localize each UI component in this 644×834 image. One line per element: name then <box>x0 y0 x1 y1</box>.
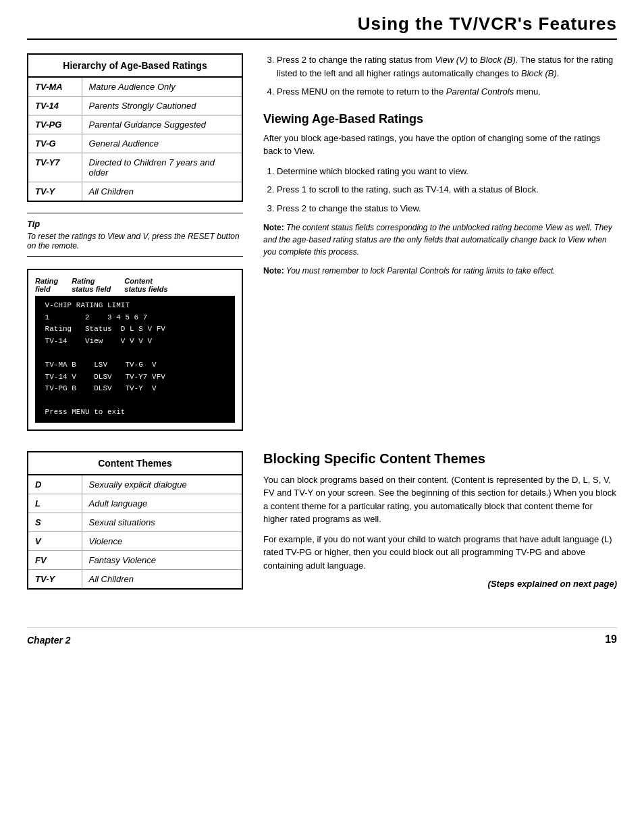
rating-desc: Parental Guidance Suggested <box>82 115 242 134</box>
page-header: Using the TV/VCR's Features <box>27 14 617 40</box>
page: Using the TV/VCR's Features Hierarchy of… <box>0 0 644 834</box>
step-4-text: Press MENU on the remote to return to th… <box>277 86 541 97</box>
note-2-text: You must remember to lock Parental Contr… <box>286 266 556 276</box>
table-row: VViolence <box>28 531 242 550</box>
theme-desc: Adult language <box>82 494 242 513</box>
tip-label: Tip <box>27 219 243 229</box>
step-4: Press MENU on the remote to return to th… <box>277 85 617 99</box>
rating-desc: Mature Audience Only <box>82 77 242 97</box>
list-item: Determine which blocked rating you want … <box>277 165 617 178</box>
left-column: Hierarchy of Age-Based Ratings TV-MAMatu… <box>27 53 243 431</box>
page-number: 19 <box>605 633 617 646</box>
theme-code: TV-Y <box>28 569 82 589</box>
vchip-label-1: Rating field <box>35 277 58 293</box>
rating-desc: Directed to Children 7 years and older <box>82 153 242 182</box>
rating-desc: General Audience <box>82 134 242 153</box>
vchip-diagram: Rating field Rating status field Content… <box>27 269 243 431</box>
rating-desc: All Children <box>82 182 242 202</box>
tip-section: Tip To reset the ratings to View and V, … <box>27 213 243 257</box>
table-row: LAdult language <box>28 494 242 513</box>
vchip-field-labels: Rating field Rating status field Content… <box>35 277 235 293</box>
table-row: DSexually explicit dialogue <box>28 475 242 494</box>
rating-status-field-label: Rating <box>72 277 111 285</box>
right-column: Press 2 to change the rating status from… <box>263 53 617 431</box>
rating-code: TV-PG <box>28 115 82 134</box>
rating-status-field-sublabel: status field <box>72 285 111 293</box>
theme-code: D <box>28 475 82 494</box>
viewing-steps-list: Determine which blocked rating you want … <box>277 165 617 215</box>
theme-desc: Violence <box>82 531 242 550</box>
next-page-note: (Steps explained on next page) <box>263 579 617 589</box>
content-status-field-sublabel: status fields <box>124 285 167 293</box>
table-row: FVFantasy Violence <box>28 550 242 569</box>
content-themes-table: Content Themes DSexually explicit dialog… <box>27 451 243 590</box>
page-footer: Chapter 2 19 <box>27 627 617 646</box>
content-themes-heading: Content Themes <box>28 452 242 475</box>
list-item: Press 1 to scroll to the rating, such as… <box>277 183 617 197</box>
rating-code: TV-Y7 <box>28 153 82 182</box>
theme-desc: Sexually explicit dialogue <box>82 475 242 494</box>
tip-text: To reset the ratings to View and V, pres… <box>27 232 243 251</box>
vchip-label-2: Rating status field <box>72 277 111 293</box>
rating-code: TV-Y <box>28 182 82 202</box>
rating-field-sublabel: field <box>35 285 58 293</box>
bottom-content: Content Themes DSexually explicit dialog… <box>27 451 617 600</box>
note-1-text: The content status fields corresponding … <box>263 223 612 257</box>
rating-code: TV-MA <box>28 77 82 97</box>
list-item: Press 2 to change the status to View. <box>277 202 617 215</box>
rating-code: TV-14 <box>28 97 82 115</box>
theme-desc: Fantasy Violence <box>82 550 242 569</box>
table-row: SSexual situations <box>28 513 242 531</box>
vchip-screen: V-CHIP RATING LIMIT 1 2 3 4 5 6 7 Rating… <box>35 296 235 423</box>
steps-list: Press 2 to change the rating status from… <box>277 53 617 99</box>
table-row: TV-PGParental Guidance Suggested <box>28 115 242 134</box>
content-themes-section: Content Themes DSexually explicit dialog… <box>27 451 243 600</box>
theme-code: V <box>28 531 82 550</box>
age-ratings-heading: Hierarchy of Age-Based Ratings <box>28 54 242 77</box>
viewing-intro: After you block age-based ratings, you h… <box>263 132 617 158</box>
theme-code: L <box>28 494 82 513</box>
vchip-label-3: Content status fields <box>124 277 167 293</box>
table-row: TV-Y7Directed to Children 7 years and ol… <box>28 153 242 182</box>
theme-desc: All Children <box>82 569 242 589</box>
table-row: TV-GGeneral Audience <box>28 134 242 153</box>
blocking-section-title: Blocking Specific Content Themes <box>263 451 617 467</box>
page-title: Using the TV/VCR's Features <box>27 14 617 34</box>
content-status-field-label: Content <box>124 277 167 285</box>
blocking-para-1: You can block programs based on their co… <box>263 473 617 526</box>
blocking-para-2: For example, if you do not want your chi… <box>263 533 617 573</box>
main-content: Hierarchy of Age-Based Ratings TV-MAMatu… <box>27 53 617 431</box>
blocking-section: Blocking Specific Content Themes You can… <box>263 451 617 600</box>
age-ratings-table: Hierarchy of Age-Based Ratings TV-MAMatu… <box>27 53 243 202</box>
note-2: Note: You must remember to lock Parental… <box>263 265 617 277</box>
table-row: TV-14Parents Strongly Cautioned <box>28 97 242 115</box>
table-row: TV-YAll Children <box>28 569 242 589</box>
theme-code: S <box>28 513 82 531</box>
note-2-label: Note: <box>263 266 284 276</box>
rating-code: TV-G <box>28 134 82 153</box>
step-3: Press 2 to change the rating status from… <box>277 53 617 80</box>
chapter-label: Chapter 2 <box>27 635 71 646</box>
table-row: TV-YAll Children <box>28 182 242 202</box>
rating-field-label: Rating <box>35 277 58 285</box>
viewing-section-title: Viewing Age-Based Ratings <box>263 112 617 126</box>
theme-desc: Sexual situations <box>82 513 242 531</box>
theme-code: FV <box>28 550 82 569</box>
table-row: TV-MAMature Audience Only <box>28 77 242 97</box>
step-3-text: Press 2 to change the rating status from… <box>277 55 613 78</box>
rating-desc: Parents Strongly Cautioned <box>82 97 242 115</box>
note-1: Note: The content status fields correspo… <box>263 221 617 258</box>
note-1-label: Note: <box>263 223 284 232</box>
